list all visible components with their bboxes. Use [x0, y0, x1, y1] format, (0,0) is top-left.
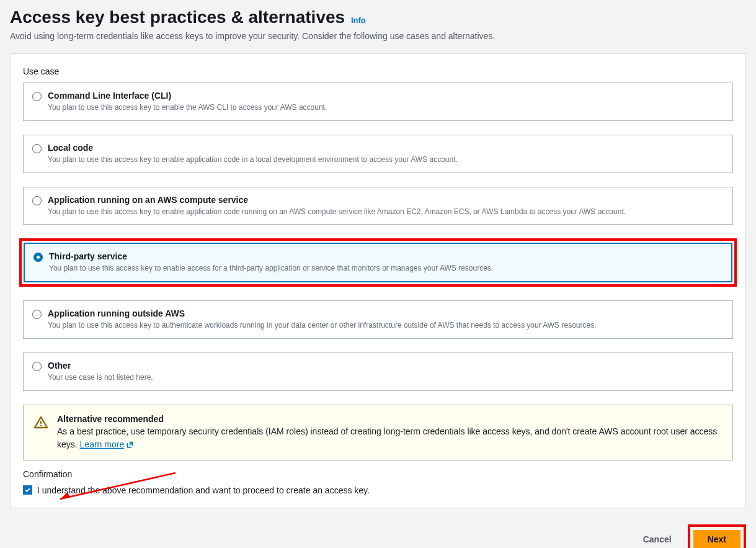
option-desc: You plan to use this access key to authe… [48, 320, 724, 331]
svg-rect-1 [40, 424, 42, 426]
radio-icon [32, 310, 42, 319]
usecase-label: Use case [23, 66, 733, 76]
usecase-option-cli[interactable]: Command Line Interface (CLI) You plan to… [23, 83, 733, 121]
warning-icon [33, 415, 48, 432]
option-title: Other [48, 361, 724, 371]
alternative-alert: Alternative recommended As a best practi… [23, 405, 733, 460]
svg-line-2 [60, 473, 176, 499]
option-title: Command Line Interface (CLI) [48, 91, 724, 101]
usecase-option-outside-aws[interactable]: Application running outside AWS You plan… [23, 300, 733, 339]
page-header: Access key best practices & alternatives… [10, 0, 746, 47]
page-subtitle: Avoid using long-term credentials like a… [10, 31, 746, 41]
radio-icon [32, 144, 42, 153]
option-desc: You plan to use this access key to enabl… [48, 102, 724, 113]
option-desc: You plan to use this access key to enabl… [48, 155, 724, 165]
usecase-option-aws-compute[interactable]: Application running on an AWS compute se… [23, 187, 733, 225]
option-desc: Your use case is not listed here. [48, 372, 724, 383]
cancel-button[interactable]: Cancel [636, 531, 679, 548]
svg-marker-3 [60, 492, 70, 499]
info-link[interactable]: Info [351, 16, 366, 25]
option-desc: You plan to use this access key to enabl… [49, 263, 723, 274]
usecase-option-other[interactable]: Other Your use case is not listed here. [23, 353, 733, 391]
annotation-highlight-next: Next [688, 524, 746, 548]
usecase-option-third-party[interactable]: Third-party service You plan to use this… [24, 243, 732, 282]
radio-icon [32, 92, 42, 101]
external-link-icon [126, 441, 134, 449]
radio-icon [33, 253, 43, 262]
usecase-option-local-code[interactable]: Local code You plan to use this access k… [23, 135, 733, 173]
learn-more-link[interactable]: Learn more [80, 438, 135, 451]
page-title: Access key best practices & alternatives [10, 7, 345, 27]
confirmation-checkbox[interactable] [23, 485, 32, 495]
usecase-panel: Use case Command Line Interface (CLI) Yo… [10, 53, 746, 508]
option-desc: You plan to use this access key to enabl… [48, 207, 724, 217]
checkmark-icon [24, 487, 31, 493]
radio-icon [32, 196, 42, 205]
option-title: Third-party service [49, 251, 723, 261]
option-title: Local code [48, 143, 724, 153]
option-title: Application running outside AWS [48, 308, 724, 318]
alert-text: As a best practice, use temporary securi… [57, 425, 723, 451]
next-button[interactable]: Next [693, 530, 740, 548]
confirmation-section: Confirmation I understand the above reco… [23, 469, 733, 495]
alert-title: Alternative recommended [57, 414, 723, 424]
annotation-highlight-selected: Third-party service You plan to use this… [19, 238, 737, 287]
footer-actions: Cancel Next [10, 508, 746, 548]
option-title: Application running on an AWS compute se… [48, 195, 724, 205]
svg-rect-0 [40, 421, 42, 424]
radio-icon [32, 362, 42, 371]
